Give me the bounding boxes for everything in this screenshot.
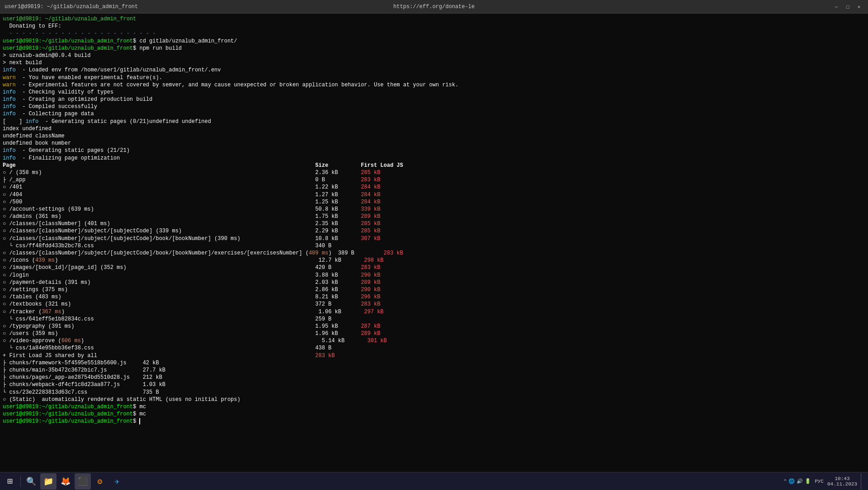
taskbar-clock: 10:43 04.11.2023 (827, 476, 857, 487)
legend-line: ○ (Static) automatically rendered as sta… (3, 396, 865, 403)
terminal: user1@d9819: ~/gitlab/uznalub_admin_fron… (0, 14, 868, 472)
table-header: Page Size First Load JS (3, 162, 865, 169)
table-row: ○ /textbooks (321 ms) 372 B 283 kB (3, 301, 865, 308)
table-row: ○ /classes/[classNumber]/subject/[subjec… (3, 235, 865, 242)
taskbar-right: ⌃ 🌐 🔊 🔋 РУС 10:43 04.11.2023 (784, 473, 866, 490)
table-row: ○ /tables (483 ms) 8.21 kB 296 kB (3, 293, 865, 301)
tray-volume: 🔊 (797, 478, 803, 484)
terminal-line: user1@d9819: ~/gitlab/uznalub_admin_fron… (3, 15, 865, 23)
prompt-line: user1@d9819:~/gitlab/uznalub_admin_front… (3, 403, 865, 410)
prompt-line: user1@d9819:~/gitlab/uznalub_admin_front… (3, 410, 865, 418)
table-row: ○ /icons (439 ms) 12.7 kB 298 kB (3, 257, 865, 264)
table-row: └ css/641eff5e1b82834c.css 259 B (3, 316, 865, 323)
table-row: ○ /login 3.88 kB 290 kB (3, 272, 865, 279)
taskbar-date-value: 04.11.2023 (827, 481, 857, 487)
table-row: ○ /account-settings (639 ms) 50.8 kB 339… (3, 206, 865, 213)
table-row: ○ /admins (361 ms) 1.75 kB 289 kB (3, 213, 865, 220)
table-row: ├ /_app 0 B 283 kB (3, 176, 865, 184)
table-row: ○ /404 1.27 kB 284 kB (3, 191, 865, 198)
table-row: ○ / (358 ms) 2.36 kB 285 kB (3, 169, 865, 176)
terminal-line: [ ] info - Generating static pages (0/21… (3, 118, 865, 125)
terminal-line: > uznalub-admin@0.0.4 build (3, 52, 865, 59)
taskbar-firefox[interactable]: 🦊 (57, 473, 74, 490)
table-row: ├ chunks/framework-5f4595e5518b5600.js 4… (3, 359, 865, 367)
close-button[interactable]: × (854, 3, 863, 10)
table-row: ○ /typography (391 ms) 1.95 kB 287 kB (3, 323, 865, 330)
terminal-line: user1@d9819:~/gitlab/uznalub_admin_front… (3, 45, 865, 52)
terminal-line: info - Generating static pages (21/21) (3, 147, 865, 154)
taskbar-separator (20, 476, 21, 487)
table-row: ├ chunks/main-35b472c3672bic7.js 27.7 kB (3, 367, 865, 374)
terminal-line: warn - Experimental features are not cov… (3, 81, 865, 89)
terminal-line: info - Creating an optimized production … (3, 96, 865, 103)
taskbar-search[interactable]: 🔍 (23, 473, 39, 490)
taskbar-terminal[interactable]: ⬛ (75, 473, 91, 490)
table-row: ○ /classes/[classNumber] (401 ms) 2.35 k… (3, 220, 865, 227)
terminal-line: index undefined (3, 125, 865, 132)
table-row: + First Load JS shared by all 283 kB (3, 352, 865, 359)
titlebar-url: https://eff.org/donate-le (393, 4, 475, 10)
taskbar: ⊞ 🔍 📁 🦊 ⬛ ⚙ ✈ ⌃ 🌐 🔊 🔋 РУС 10:43 04.11.20… (0, 472, 868, 490)
terminal-line: undefined className (3, 132, 865, 140)
table-row: ○ /video-approve (606 ms) 5.14 kB 301 kB (3, 337, 865, 344)
table-row: ○ /500 1.25 kB 284 kB (3, 198, 865, 206)
table-row: ○ /payment-details (391 ms) 2.03 kB 289 … (3, 279, 865, 286)
titlebar: user1@d9819: ~/gitlab/uznalub_admin_fron… (0, 0, 868, 14)
terminal-line: info - Loaded env from /home/user1/gitla… (3, 66, 865, 74)
terminal-line: info - Compiled successfully (3, 103, 865, 110)
show-desktop[interactable] (861, 473, 863, 490)
table-row: ○ /classes/[classNumber]/subject/[subjec… (3, 250, 865, 257)
terminal-line: warn - You have enabled experimental fea… (3, 74, 865, 81)
prompt-line: user1@d9819:~/gitlab/uznalub_admin_front… (3, 418, 865, 425)
taskbar-lang: РУС (815, 479, 824, 484)
tray-chevron[interactable]: ⌃ (784, 478, 787, 484)
terminal-line: undefined book number (3, 140, 865, 147)
table-row: ○ /classes/[classNumber]/subject/[subjec… (3, 227, 865, 235)
terminal-line: > next build (3, 59, 865, 66)
taskbar-telegram[interactable]: ✈ (109, 473, 125, 490)
titlebar-controls: − □ × (832, 3, 863, 10)
taskbar-file-manager[interactable]: 📁 (40, 473, 57, 490)
table-row: ○ /images/[book_id]/[page_id] (352 ms) 4… (3, 264, 865, 271)
terminal-line: user1@d9819:~/gitlab/uznalub_admin_front… (3, 38, 865, 45)
minimize-button[interactable]: − (832, 3, 841, 10)
system-tray: ⌃ 🌐 🔊 🔋 (784, 478, 811, 484)
table-row: ├ chunks/pages/_app-ae28754bd5510d28.js … (3, 374, 865, 381)
tray-battery: 🔋 (805, 478, 811, 484)
table-row: ○ /settings (375 ms) 2.86 kB 290 kB (3, 286, 865, 293)
terminal-line: info - Collecting page data (3, 110, 865, 118)
taskbar-app1[interactable]: ⚙ (92, 473, 108, 490)
taskbar-time-value: 10:43 (835, 476, 849, 481)
table-row: ├ chunks/webpack-df4cf1c8d23aa877.js 1.0… (3, 381, 865, 388)
table-row: ○ /users (359 ms) 1.96 kB 289 kB (3, 330, 865, 337)
table-row: ○ /tracker (367 ms) 1.06 kB 297 kB (3, 308, 865, 316)
terminal-line: Donating to EFF: (3, 23, 865, 30)
tray-network: 🌐 (788, 478, 795, 484)
maximize-button[interactable]: □ (843, 3, 852, 10)
table-row: └ css/23e22283813d63c7.css 735 B (3, 389, 865, 396)
table-row: └ css/ff48fdd433b2bc78.css 340 B (3, 242, 865, 250)
terminal-line: - - - - - - - - - - - - - - - - - - - - … (3, 30, 865, 37)
terminal-line: info - Finalizing page optimization (3, 155, 865, 162)
table-row: └ css/1a84e95bbb36ef38.css 438 B (3, 344, 865, 352)
table-row: ○ /401 1.22 kB 284 kB (3, 184, 865, 191)
terminal-line: info - Checking validity of types (3, 89, 865, 96)
start-button[interactable]: ⊞ (2, 473, 18, 490)
